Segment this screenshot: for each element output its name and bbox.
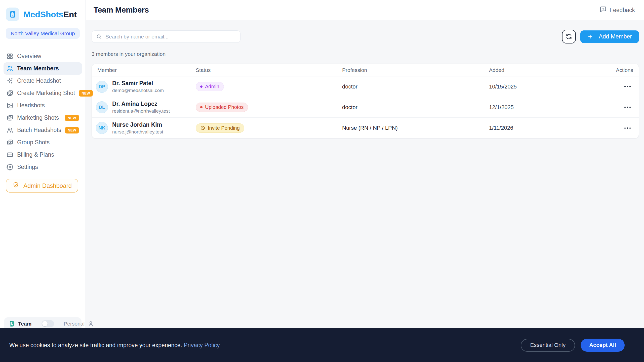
status-dot-icon xyxy=(200,85,203,88)
sidebar-item-group-shots[interactable]: Group Shots xyxy=(4,136,82,149)
search-wrap xyxy=(92,30,240,43)
admin-dashboard-label: Admin Dashboard xyxy=(23,182,72,189)
clock-icon xyxy=(200,125,205,130)
column-member: Member xyxy=(92,67,196,73)
page-header: Team Members Feedback xyxy=(86,0,644,20)
page-title: Team Members xyxy=(94,6,149,15)
members-table: Member Status Profession Added Actions D… xyxy=(92,64,639,139)
toggle-knob xyxy=(42,321,48,326)
team-mode-label[interactable]: Team xyxy=(18,321,31,327)
column-status: Status xyxy=(196,67,342,73)
profession: Nurse (RN / NP / LPN) xyxy=(342,125,489,131)
sparkles-icon xyxy=(7,77,13,84)
member-name: Nurse Jordan Kim xyxy=(112,121,163,128)
added-date: 12/1/2025 xyxy=(489,104,611,111)
avatar: DP xyxy=(96,81,108,93)
added-date: 10/15/2025 xyxy=(489,83,611,90)
sidebar-item-team-members[interactable]: Team Members xyxy=(4,62,82,75)
building-icon xyxy=(6,8,19,21)
status-dot-icon xyxy=(200,106,203,108)
member-email: resident.a@northvalley.test xyxy=(112,108,170,114)
message-plus-icon xyxy=(600,6,607,14)
essential-only-button[interactable]: Essential Only xyxy=(521,339,575,352)
image-stack-icon xyxy=(7,90,13,97)
member-email: demo@medshotsai.com xyxy=(112,88,164,93)
row-actions-button[interactable] xyxy=(622,104,633,110)
plus-icon xyxy=(587,34,593,39)
sidebar-item-billing-plans[interactable]: Billing & Plans xyxy=(4,149,82,161)
main-area: Team Members Feedback xyxy=(86,0,644,362)
person-icon xyxy=(88,321,94,327)
grid-icon xyxy=(7,53,13,60)
sidebar-item-headshots[interactable]: Headshots xyxy=(4,99,82,112)
users-icon xyxy=(7,127,13,133)
column-actions: Actions xyxy=(611,67,639,73)
member-name: Dr. Amina Lopez xyxy=(112,101,170,107)
add-member-label: Add Member xyxy=(599,33,632,40)
row-actions-button[interactable] xyxy=(622,125,633,131)
feedback-label: Feedback xyxy=(610,7,635,14)
column-added: Added xyxy=(489,67,611,73)
cookie-message: We use cookies to analyze site traffic a… xyxy=(9,342,220,349)
organization-pill: North Valley Medical Group xyxy=(6,28,80,39)
table-row: NK Nurse Jordan Kim nurse.j@northvalley.… xyxy=(92,118,639,138)
added-date: 1/11/2026 xyxy=(489,125,611,131)
column-profession: Profession xyxy=(342,67,489,73)
new-badge: NEW xyxy=(65,115,79,121)
image-stack-icon xyxy=(7,114,13,121)
profession: doctor xyxy=(342,104,489,111)
member-count-text: 3 members in your organization xyxy=(92,51,639,57)
status-label: Invite Pending xyxy=(208,125,240,131)
team-personal-toggle[interactable] xyxy=(42,320,54,327)
image-icon xyxy=(7,102,13,109)
sidebar-item-overview[interactable]: Overview xyxy=(4,50,82,62)
accept-all-button[interactable]: Accept All xyxy=(581,339,625,352)
search-input[interactable] xyxy=(92,30,240,43)
avatar: DL xyxy=(96,101,108,113)
feedback-button[interactable]: Feedback xyxy=(600,6,635,14)
status-badge: Admin xyxy=(196,82,224,91)
status-label: Uploaded Photos xyxy=(205,104,244,110)
privacy-policy-link[interactable]: Privacy Policy xyxy=(184,342,220,348)
sidebar-item-create-marketing-shot[interactable]: Create Marketing Shot NEW xyxy=(4,87,82,99)
status-badge: Invite Pending xyxy=(196,123,244,133)
status-badge: Uploaded Photos xyxy=(196,103,248,112)
avatar: NK xyxy=(96,122,108,134)
new-badge: NEW xyxy=(65,127,79,133)
personal-mode-label[interactable]: Personal xyxy=(64,321,85,327)
shield-check-icon xyxy=(12,182,19,190)
member-name: Dr. Samir Patel xyxy=(112,80,164,87)
users-icon xyxy=(7,65,13,72)
member-email: nurse.j@northvalley.test xyxy=(112,129,163,135)
sidebar-item-batch-headshots[interactable]: Batch Headshots NEW xyxy=(4,124,82,136)
cookie-banner: We use cookies to analyze site traffic a… xyxy=(0,328,644,362)
refresh-button[interactable] xyxy=(562,30,576,43)
team-building-icon xyxy=(9,321,15,327)
app-logo: MedShotsEnt xyxy=(6,8,80,21)
status-label: Admin xyxy=(205,84,219,89)
toolbar: Add Member xyxy=(92,30,639,43)
new-badge: NEW xyxy=(79,90,93,97)
profession: doctor xyxy=(342,83,489,90)
image-stack-icon xyxy=(7,139,13,146)
credit-card-icon xyxy=(7,151,13,158)
search-icon xyxy=(96,34,102,39)
sidebar-item-settings[interactable]: Settings xyxy=(4,161,82,173)
gear-icon xyxy=(7,164,13,170)
sidebar-item-marketing-shots[interactable]: Marketing Shots NEW xyxy=(4,112,82,124)
table-row: DP Dr. Samir Patel demo@medshotsai.com A… xyxy=(92,76,639,97)
table-header-row: Member Status Profession Added Actions xyxy=(92,64,639,76)
refresh-icon xyxy=(566,33,572,40)
row-actions-button[interactable] xyxy=(622,83,633,90)
sidebar: MedShotsEnt North Valley Medical Group O… xyxy=(0,0,86,362)
app-title: MedShotsEnt xyxy=(23,10,77,19)
sidebar-item-create-headshot[interactable]: Create Headshot xyxy=(4,75,82,87)
sidebar-nav: Overview Team Members Create Headshot Cr… xyxy=(0,46,86,173)
table-row: DL Dr. Amina Lopez resident.a@northvalle… xyxy=(92,97,639,118)
table-body: DP Dr. Samir Patel demo@medshotsai.com A… xyxy=(92,76,639,138)
add-member-button[interactable]: Add Member xyxy=(580,30,639,43)
admin-dashboard-button[interactable]: Admin Dashboard xyxy=(6,179,78,193)
